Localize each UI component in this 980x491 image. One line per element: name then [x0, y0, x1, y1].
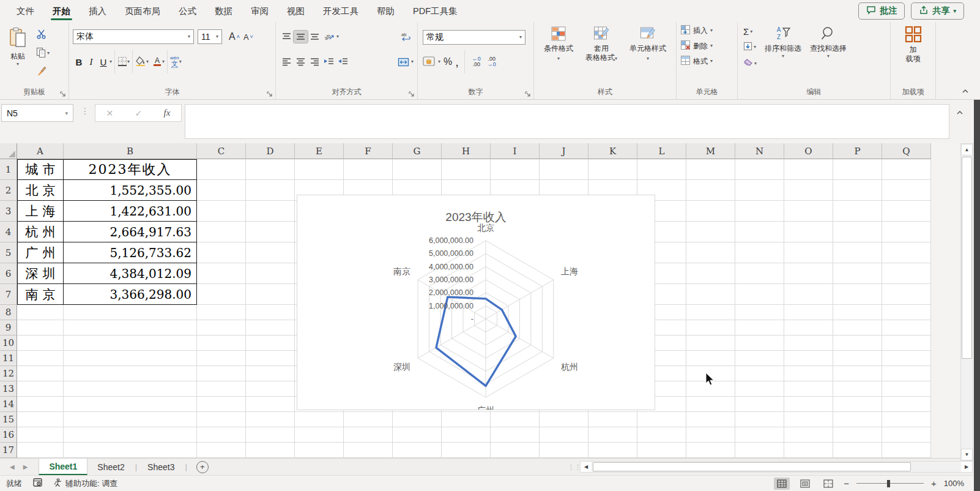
cell-B13[interactable]	[64, 381, 197, 397]
cell-M4[interactable]	[686, 222, 735, 242]
cell-O10[interactable]	[784, 335, 833, 351]
fill-button[interactable]: ▾	[741, 40, 759, 54]
cell-D2[interactable]	[246, 180, 295, 201]
cell-I1[interactable]	[491, 159, 540, 180]
cell-B11[interactable]	[64, 351, 197, 366]
cell-I15[interactable]	[491, 412, 540, 427]
cell-D7[interactable]	[246, 284, 295, 305]
cell-P15[interactable]	[833, 412, 882, 427]
increase-decimal-button[interactable]: ←0 .00	[470, 56, 483, 68]
cell-P6[interactable]	[833, 263, 882, 284]
cell-L15[interactable]	[637, 412, 686, 427]
cell-A15[interactable]	[17, 412, 64, 427]
insert-cells-button[interactable]: 插入 ▾	[680, 24, 733, 37]
cell-B8[interactable]	[64, 305, 197, 320]
cell-A9[interactable]	[17, 320, 64, 335]
enter-button[interactable]: ✓	[135, 108, 143, 118]
insert-function-button[interactable]: fx	[164, 108, 171, 118]
cell-G16[interactable]	[393, 427, 442, 443]
zoom-out-button[interactable]: −	[844, 478, 849, 489]
zoom-in-button[interactable]: +	[931, 478, 937, 489]
wrap-text-button[interactable]: ab	[399, 30, 414, 43]
cell-N17[interactable]	[735, 443, 784, 458]
cell-N4[interactable]	[735, 222, 784, 242]
column-header-F[interactable]: F	[344, 143, 393, 159]
cell-P17[interactable]	[833, 443, 882, 458]
autosum-button[interactable]: Σ▾	[741, 26, 759, 37]
comments-button[interactable]: 批注	[858, 2, 905, 20]
scroll-left-button[interactable]: ◀	[581, 462, 592, 472]
cell-P16[interactable]	[833, 427, 882, 443]
collapse-ribbon-button[interactable]	[962, 86, 969, 96]
cell-D9[interactable]	[246, 320, 295, 335]
cell-P10[interactable]	[833, 335, 882, 351]
cell-B10[interactable]	[64, 335, 197, 351]
cell-M7[interactable]	[686, 284, 735, 305]
cell-Q3[interactable]	[882, 201, 931, 222]
cell-J17[interactable]	[540, 443, 588, 458]
cell-Q4[interactable]	[882, 222, 931, 242]
align-middle-button[interactable]	[294, 31, 308, 43]
cell-F16[interactable]	[344, 427, 393, 443]
font-size-select[interactable]: 11▾	[198, 29, 222, 44]
cell-A17[interactable]	[17, 443, 64, 458]
menu-tab-10[interactable]: PDF工具集	[405, 1, 466, 22]
cell-O9[interactable]	[784, 320, 833, 335]
format-as-table-button[interactable]: 套用 表格格式▾	[583, 24, 620, 64]
menu-tab-5[interactable]: 数据	[207, 1, 240, 22]
menu-tab-9[interactable]: 帮助	[369, 1, 403, 22]
cell-M2[interactable]	[686, 180, 735, 201]
cell-O14[interactable]	[784, 397, 833, 412]
row-header-3[interactable]: 3	[0, 201, 17, 222]
format-painter-button[interactable]	[34, 64, 51, 79]
cell-M1[interactable]	[686, 159, 735, 180]
number-dialog-launcher[interactable]	[524, 89, 531, 97]
column-header-J[interactable]: J	[540, 143, 588, 159]
cell-C17[interactable]	[197, 443, 246, 458]
formula-bar-collapse-button[interactable]	[956, 108, 963, 117]
cell-Q11[interactable]	[882, 351, 931, 366]
row-header-5[interactable]: 5	[0, 242, 17, 263]
zoom-slider[interactable]	[856, 479, 924, 488]
cell-A10[interactable]	[17, 335, 64, 351]
cell-O13[interactable]	[784, 381, 833, 397]
font-name-select[interactable]: 宋体▾	[73, 29, 194, 44]
cell-D12[interactable]	[246, 366, 295, 381]
copy-button[interactable]: ▾	[34, 46, 51, 61]
clipboard-dialog-launcher[interactable]	[59, 89, 66, 97]
row-header-10[interactable]: 10	[0, 335, 17, 351]
cell-N8[interactable]	[735, 305, 784, 320]
horizontal-scrollbar[interactable]: ◀ ▶	[580, 461, 973, 473]
cell-B14[interactable]	[64, 397, 197, 412]
cell-E17[interactable]	[295, 443, 344, 458]
menu-tab-6[interactable]: 审阅	[243, 1, 277, 22]
cell-G15[interactable]	[393, 412, 442, 427]
cell-O12[interactable]	[784, 366, 833, 381]
horizontal-scroll-thumb[interactable]	[593, 462, 911, 471]
row-header-2[interactable]: 2	[0, 180, 17, 201]
cell-E15[interactable]	[295, 412, 344, 427]
name-box[interactable]: N5 ▾	[1, 104, 73, 122]
cell-G17[interactable]	[393, 443, 442, 458]
delete-cells-button[interactable]: 删除 ▾	[680, 40, 733, 52]
menu-tab-4[interactable]: 公式	[171, 1, 204, 22]
cell-N16[interactable]	[735, 427, 784, 443]
cell-B16[interactable]	[64, 427, 197, 443]
select-all-corner[interactable]	[0, 143, 17, 159]
cell-P3[interactable]	[833, 201, 882, 222]
cell-Q1[interactable]	[882, 159, 931, 180]
cell-O6[interactable]	[784, 263, 833, 284]
column-header-A[interactable]: A	[17, 143, 64, 159]
cell-D6[interactable]	[246, 263, 295, 284]
orientation-button[interactable]: ab	[322, 30, 336, 43]
cell-A7[interactable]: 南京	[17, 284, 64, 305]
menu-tab-8[interactable]: 开发工具	[315, 1, 366, 22]
cell-O7[interactable]	[784, 284, 833, 305]
cell-A6[interactable]: 深圳	[17, 263, 64, 284]
cell-D5[interactable]	[246, 242, 295, 263]
macro-record-icon[interactable]	[33, 478, 42, 489]
sheet-tab-sheet3[interactable]: Sheet3	[138, 459, 184, 475]
cell-B6[interactable]: 4,384,012.09	[64, 263, 197, 284]
scroll-right-button[interactable]: ▶	[961, 462, 972, 472]
sheet-tab-sheet2[interactable]: Sheet2	[87, 459, 134, 475]
